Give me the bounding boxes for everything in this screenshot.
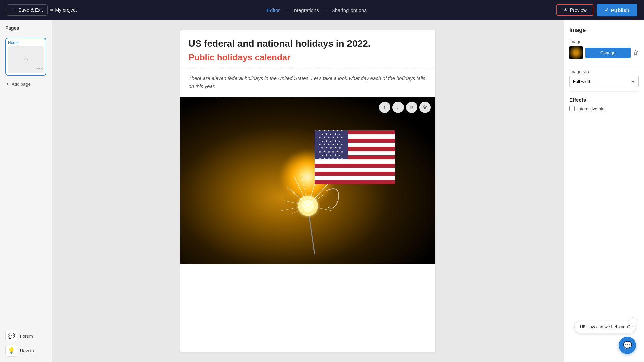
article-header: US federal and national holidays in 2022… — [180, 30, 435, 68]
change-image-button[interactable]: Change — [585, 48, 631, 58]
move-down-button[interactable]: ↓ — [392, 102, 404, 113]
howto-icon: 💡 — [5, 345, 17, 357]
save-exit-button[interactable]: ← Save & Exit — [7, 4, 48, 16]
add-page-label: Add page — [12, 82, 31, 87]
trash-icon: 🗑 — [423, 105, 427, 110]
publish-label: Publish — [611, 7, 629, 13]
chat-open-button[interactable]: 💬 — [619, 337, 636, 354]
arrow-left-icon: ← — [12, 7, 16, 13]
left-sidebar: Pages Home ⌂ ••• ＋ Add page 💬 Forum 💡 — [0, 20, 52, 362]
chat-help-text: Hi! How can we help you? — [580, 324, 630, 329]
interactive-blur-checkbox[interactable] — [569, 106, 575, 111]
chat-bubble: Hi! How can we help you? — [574, 321, 636, 333]
image-actions: ↑ ↓ ⧉ 🗑 — [379, 102, 431, 113]
move-up-button[interactable]: ↑ — [379, 102, 390, 113]
nav-left: ← Save & Exit My project — [7, 4, 77, 16]
save-exit-label: Save & Exit — [18, 7, 43, 13]
howto-helper[interactable]: 💡 How to — [5, 345, 46, 357]
nav-steps: Editor → Integrations → Sharing options — [267, 7, 367, 13]
project-name-label: My project — [55, 7, 77, 13]
preview-button[interactable]: 👁 Preview — [556, 4, 593, 16]
article-body: There are eleven federal holidays in the… — [180, 68, 435, 97]
project-dot — [50, 9, 53, 11]
forum-label: Forum — [20, 334, 33, 339]
howto-label: How to — [20, 348, 34, 353]
arrow-2: → — [323, 7, 328, 13]
image-control-row: Change 🗑 — [569, 46, 639, 59]
effects-title: Effects — [569, 97, 639, 103]
chat-bubble-container: − Hi! How can we help you? — [574, 321, 636, 333]
right-sidebar: Image Image Change 🗑 Image size Full wid… — [564, 20, 644, 362]
step-editor[interactable]: Editor — [267, 7, 280, 13]
home-icon: ⌂ — [23, 55, 29, 64]
add-page-button[interactable]: ＋ Add page — [5, 80, 46, 88]
bottom-helpers: 💬 Forum 💡 How to — [5, 330, 46, 357]
content-area: US federal and national holidays in 2022… — [52, 20, 564, 362]
chat-messenger-icon: 💬 — [623, 341, 632, 350]
top-navigation: ← Save & Exit My project Editor → Integr… — [0, 0, 644, 20]
page-preview: ⌂ ••• — [8, 46, 44, 73]
article-card: US federal and national holidays in 2022… — [180, 30, 435, 352]
chat-widget: − Hi! How can we help you? 💬 — [574, 321, 636, 354]
forum-helper[interactable]: 💬 Forum — [5, 330, 46, 342]
project-name: My project — [50, 7, 77, 13]
home-page-card[interactable]: Home ⌂ ••• — [5, 38, 46, 76]
step-integrations[interactable]: Integrations — [292, 7, 319, 13]
forum-icon: 💬 — [5, 330, 17, 342]
copy-icon: ⧉ — [410, 105, 413, 110]
copy-button[interactable]: ⧉ — [406, 102, 417, 113]
image-size-select[interactable]: Full width Large Medium Small — [569, 76, 639, 87]
article-title-sub: Public holidays calendar — [189, 52, 427, 63]
image-thumb-inner — [569, 46, 583, 59]
preview-label: Preview — [570, 7, 587, 13]
svg-line-4 — [308, 184, 328, 206]
delete-image-button[interactable]: 🗑 — [633, 50, 639, 56]
article-body-text: There are eleven federal holidays in the… — [189, 74, 427, 90]
main-layout: Pages Home ⌂ ••• ＋ Add page 💬 Forum 💡 — [0, 20, 644, 362]
image-label: Image — [569, 39, 639, 44]
american-flag: ★ ★ ★ ★ ★ ★★ ★ ★ ★ ★★ ★ ★ ★ ★ ★★ ★ ★ ★ ★… — [315, 130, 395, 184]
arrow-down-icon: ↓ — [397, 105, 399, 110]
image-size-label: Image size — [569, 69, 639, 74]
divider-1 — [569, 65, 639, 65]
checkmark-icon: ✓ — [605, 7, 609, 13]
page-more-icon[interactable]: ••• — [37, 66, 42, 72]
interactive-blur-label[interactable]: Interactive blur — [577, 106, 606, 111]
publish-button[interactable]: ✓ Publish — [597, 4, 637, 16]
article-title-main: US federal and national holidays in 2022… — [189, 38, 427, 49]
pages-title: Pages — [5, 25, 46, 31]
image-block: ★ ★ ★ ★ ★ ★★ ★ ★ ★ ★★ ★ ★ ★ ★ ★★ ★ ★ ★ ★… — [180, 97, 435, 264]
arrow-1: → — [284, 7, 288, 13]
image-placeholder: ★ ★ ★ ★ ★ ★★ ★ ★ ★ ★★ ★ ★ ★ ★ ★★ ★ ★ ★ ★… — [180, 97, 435, 264]
interactive-blur-row: Interactive blur — [569, 106, 639, 111]
step-sharing[interactable]: Sharing options — [332, 7, 367, 13]
plus-icon: ＋ — [5, 81, 10, 87]
home-label: Home — [8, 40, 44, 45]
nav-right: 👁 Preview ✓ Publish — [556, 4, 637, 16]
arrow-up-icon: ↑ — [383, 105, 386, 110]
delete-button[interactable]: 🗑 — [419, 102, 431, 113]
image-thumbnail — [569, 46, 583, 59]
eye-icon: 👁 — [563, 7, 568, 13]
panel-title: Image — [569, 27, 639, 34]
divider-2 — [569, 91, 639, 92]
chat-minimize-button[interactable]: − — [628, 317, 637, 327]
